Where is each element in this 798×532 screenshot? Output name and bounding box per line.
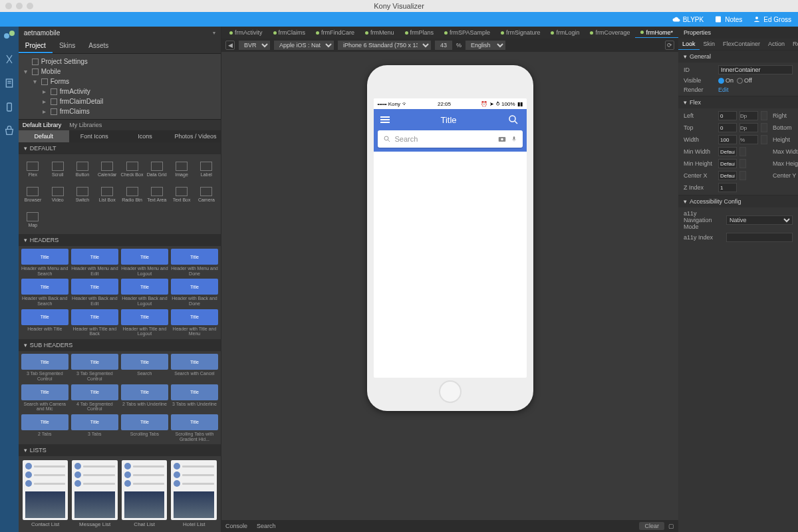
header-template[interactable]: Header with Menu and Edit xyxy=(71,249,118,276)
canvas-area[interactable]: ••••• Kony ᯤ 22:05 ⏰➤⥁100%▮▮ Title Searc… xyxy=(221,52,678,520)
header-template[interactable]: Header with Menu and Logout xyxy=(121,249,168,276)
file-tab[interactable]: frmSignature xyxy=(495,28,546,37)
widget-item[interactable]: Camera xyxy=(195,182,218,206)
widget-item[interactable]: List Box xyxy=(96,182,119,206)
widget-item[interactable]: Text Area xyxy=(145,182,168,206)
header-template[interactable]: Header with Menu and Search xyxy=(21,249,68,276)
prop-tab-action[interactable]: Action xyxy=(764,39,789,50)
file-tab[interactable]: frmClaims xyxy=(268,28,311,37)
bvr-select[interactable]: BVR xyxy=(239,41,270,50)
widget-item[interactable]: Switch xyxy=(70,182,94,206)
lib-tab-default[interactable]: Default Library xyxy=(23,122,62,128)
file-tab[interactable]: frmMenu xyxy=(360,28,400,37)
camera-icon[interactable] xyxy=(497,134,507,144)
device-select[interactable]: iPhone 6 Standard (750 x 1334) xyxy=(338,41,431,50)
subheader-template[interactable]: Search with Camera and Mic xyxy=(21,384,68,412)
lib-tab-my[interactable]: My Libraries xyxy=(69,122,102,128)
library-scroll[interactable]: ▾DEFAULT FlexScrollButtonCalendarCheck B… xyxy=(19,142,221,532)
widget-item[interactable]: Label xyxy=(195,157,218,181)
user-button[interactable]: Ed Gross xyxy=(753,15,791,23)
refresh-icon[interactable]: ⟳ xyxy=(665,41,674,50)
locale-select[interactable]: English xyxy=(466,41,505,50)
widget-item[interactable]: Scroll xyxy=(46,157,69,181)
menu-icon[interactable] xyxy=(380,116,390,123)
subheader-template[interactable]: Scrolling Tabs xyxy=(121,414,168,442)
prop-tab-look[interactable]: Look xyxy=(678,39,700,50)
tab-skins[interactable]: Skins xyxy=(53,39,82,53)
subheader-template[interactable]: 3 Tabs xyxy=(71,414,118,442)
left-input[interactable] xyxy=(718,111,737,120)
a11y-index-input[interactable] xyxy=(726,233,793,242)
tools-icon[interactable] xyxy=(3,53,15,65)
file-tab[interactable]: frmCoverage xyxy=(585,28,635,37)
prop-tab-skin[interactable]: Skin xyxy=(700,39,720,50)
a11y-mode-select[interactable]: Native xyxy=(726,215,793,225)
id-input[interactable] xyxy=(718,65,793,74)
cx-input[interactable] xyxy=(718,171,737,180)
list-template[interactable]: Contact List xyxy=(23,460,68,531)
tree-item[interactable]: ▸frmClaimDetail xyxy=(37,96,221,106)
mic-icon[interactable] xyxy=(511,134,517,144)
home-button[interactable] xyxy=(439,380,462,403)
z-input[interactable] xyxy=(718,183,737,192)
cloud-button[interactable]: BLYPK xyxy=(672,15,704,23)
device-icon[interactable] xyxy=(3,101,15,113)
subheader-template[interactable]: 3 Tab Segmented Control xyxy=(21,354,68,381)
tab-assets[interactable]: Assets xyxy=(82,39,115,53)
header-template[interactable]: Header with Title xyxy=(21,309,68,336)
header-template[interactable]: Header with Title and Logout xyxy=(121,309,168,336)
back-icon[interactable]: ◀ xyxy=(225,41,235,50)
tree-item[interactable]: ▸frmActivity xyxy=(37,86,221,96)
tree-item[interactable]: ▸frmClaims xyxy=(37,106,221,116)
render-edit-link[interactable]: Edit xyxy=(718,86,729,93)
tree-mobile[interactable]: ▾Mobile xyxy=(19,66,221,76)
widget-item[interactable]: Radio Btn xyxy=(120,182,144,206)
widget-item[interactable]: Data Grid xyxy=(145,157,168,181)
header-template[interactable]: Header with Menu and Done xyxy=(171,249,218,276)
subheader-template[interactable]: 4 Tab Segmented Control xyxy=(71,384,118,412)
document-icon[interactable] xyxy=(3,77,15,89)
device-screen[interactable]: ••••• Kony ᯤ 22:05 ⏰➤⥁100%▮▮ Title Searc… xyxy=(374,98,527,378)
section-default[interactable]: ▾DEFAULT xyxy=(19,142,221,154)
search-box[interactable]: Search xyxy=(378,130,523,148)
platform-select[interactable]: Apple iOS : Native xyxy=(274,41,334,50)
file-tab[interactable]: frmPlans xyxy=(400,28,440,37)
subheader-template[interactable]: Search xyxy=(121,354,168,381)
widget-item[interactable]: Map xyxy=(21,207,45,231)
filter-fonticons[interactable]: Font Icons xyxy=(69,130,120,142)
widget-item[interactable]: Image xyxy=(170,157,193,181)
header-template[interactable]: Header with Back and Edit xyxy=(71,279,118,306)
minw-input[interactable] xyxy=(718,147,737,156)
section-subheaders[interactable]: ▾SUB HEADERS xyxy=(19,339,221,351)
subheader-template[interactable]: 3 Tab Segmented Control xyxy=(71,354,118,381)
width-input[interactable] xyxy=(718,135,737,144)
prop-tab-review[interactable]: Review xyxy=(789,39,798,50)
prop-tab-flex[interactable]: FlexContainer xyxy=(719,39,764,50)
list-template[interactable]: Chat List xyxy=(122,460,168,531)
subheader-template[interactable]: Search with Cancel xyxy=(171,354,218,381)
visible-on-radio[interactable] xyxy=(718,78,724,84)
subheader-template[interactable]: 3 Tabs with Underline xyxy=(171,384,218,412)
header-template[interactable]: Header with Back and Logout xyxy=(121,279,168,306)
widget-item[interactable]: Calendar xyxy=(96,157,119,181)
file-tab[interactable]: frmHome* xyxy=(635,28,678,38)
widget-item[interactable]: Flex xyxy=(21,157,45,181)
header-template[interactable]: Header with Title and Menu xyxy=(171,309,218,336)
header-template[interactable]: Header with Back and Done xyxy=(171,279,218,306)
search-icon[interactable] xyxy=(507,114,519,126)
visible-off-radio[interactable] xyxy=(737,78,743,84)
header-template[interactable]: Header with Title and Back xyxy=(71,309,118,336)
console-tab[interactable]: Console xyxy=(225,523,247,529)
list-template[interactable]: Message List xyxy=(72,460,118,531)
subheader-template[interactable]: 2 Tabs with Underline xyxy=(121,384,168,412)
widget-item[interactable]: Video xyxy=(46,182,69,206)
expand-icon[interactable]: ▢ xyxy=(668,523,674,529)
filter-default[interactable]: Default xyxy=(19,130,69,142)
section-headers[interactable]: ▾HEADERS xyxy=(19,234,221,246)
subheader-template[interactable]: Scrolling Tabs with Gradient Hid... xyxy=(171,414,218,442)
top-input[interactable] xyxy=(718,123,737,132)
tree-settings[interactable]: Project Settings xyxy=(19,57,221,66)
notes-button[interactable]: Notes xyxy=(714,15,742,23)
file-tab[interactable]: frmFindCare xyxy=(311,28,360,37)
filter-photos[interactable]: Photos / Videos xyxy=(170,130,221,142)
